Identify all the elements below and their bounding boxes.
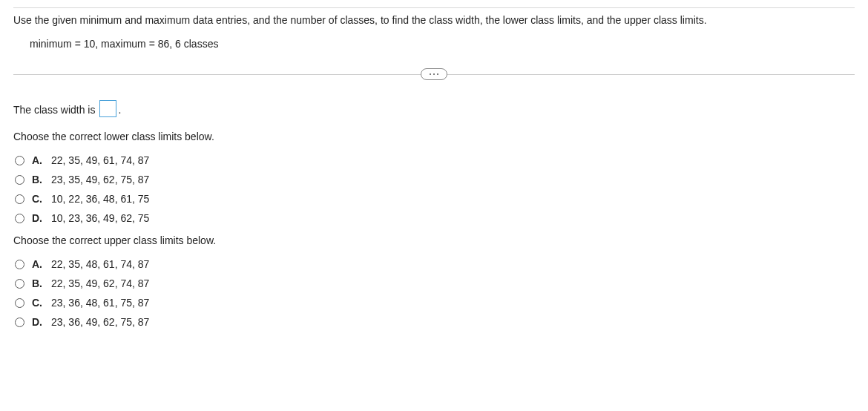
option-letter: D. [32,316,44,328]
radio-upper-c[interactable] [15,298,24,308]
lower-option-c[interactable]: C. 10, 22, 36, 48, 61, 75 [13,193,855,205]
class-width-suffix: . [118,104,121,116]
radio-lower-a[interactable] [15,156,24,165]
radio-lower-b[interactable] [15,175,24,185]
parameters-text: minimum = 10, maximum = 86, 6 classes [13,26,855,62]
option-text: 22, 35, 49, 61, 74, 87 [51,154,149,166]
option-letter: C. [32,297,44,309]
instruction-text: Use the given minimum and maximum data e… [13,7,855,26]
radio-upper-a[interactable] [15,260,24,269]
lower-limits-prompt: Choose the correct lower class limits be… [13,131,855,142]
option-letter: A. [32,258,44,270]
upper-limits-prompt: Choose the correct upper class limits be… [13,234,855,246]
upper-options-group: A. 22, 35, 48, 61, 74, 87 B. 22, 35, 49,… [13,258,855,328]
option-text: 23, 36, 49, 62, 75, 87 [51,316,149,328]
class-width-line: The class width is . [13,100,855,117]
option-text: 10, 23, 36, 49, 62, 75 [51,212,149,224]
upper-option-a[interactable]: A. 22, 35, 48, 61, 74, 87 [13,258,855,270]
lower-option-a[interactable]: A. 22, 35, 49, 61, 74, 87 [13,154,855,166]
section-divider [13,66,855,82]
option-text: 23, 35, 49, 62, 75, 87 [51,174,149,185]
option-text: 22, 35, 49, 62, 74, 87 [51,277,149,289]
option-text: 22, 35, 48, 61, 74, 87 [51,258,149,270]
option-letter: B. [32,277,44,289]
upper-option-d[interactable]: D. 23, 36, 49, 62, 75, 87 [13,316,855,328]
radio-lower-c[interactable] [15,194,24,204]
radio-upper-b[interactable] [15,279,24,289]
option-letter: D. [32,212,44,224]
lower-option-b[interactable]: B. 23, 35, 49, 62, 75, 87 [13,174,855,185]
question-panel: Use the given minimum and maximum data e… [0,0,868,328]
lower-option-d[interactable]: D. 10, 23, 36, 49, 62, 75 [13,212,855,224]
radio-upper-d[interactable] [15,318,24,327]
radio-lower-d[interactable] [15,214,24,223]
option-text: 10, 22, 36, 48, 61, 75 [51,193,149,205]
option-letter: C. [32,193,44,205]
class-width-prefix: The class width is [13,104,98,116]
class-width-input[interactable] [99,100,116,117]
upper-option-c[interactable]: C. 23, 36, 48, 61, 75, 87 [13,297,855,309]
ellipsis-icon[interactable] [421,68,447,80]
option-text: 23, 36, 48, 61, 75, 87 [51,297,149,309]
option-letter: A. [32,154,44,166]
lower-options-group: A. 22, 35, 49, 61, 74, 87 B. 23, 35, 49,… [13,154,855,224]
option-letter: B. [32,174,44,185]
upper-option-b[interactable]: B. 22, 35, 49, 62, 74, 87 [13,277,855,289]
